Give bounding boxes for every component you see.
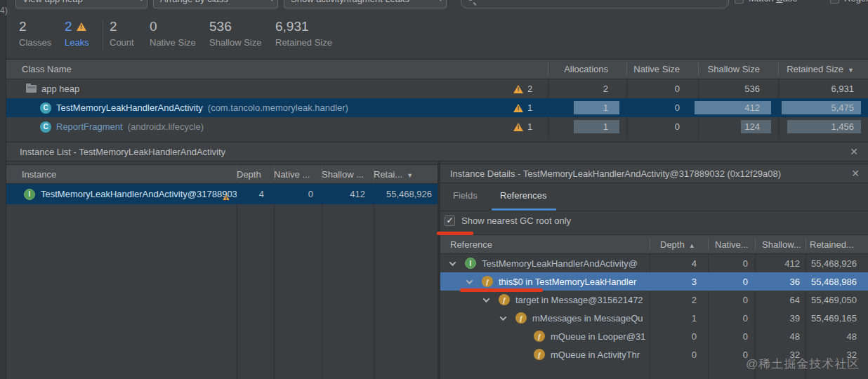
reference-cell: ftarget in Message@315621472 <box>440 294 650 305</box>
regex-checkbox[interactable] <box>830 0 839 4</box>
stat-retained-size-value: 6,931 <box>275 18 332 35</box>
chevron-down-icon[interactable] <box>449 259 456 266</box>
stat-leaks[interactable]: 2 Leaks <box>65 18 89 48</box>
column-class-name[interactable]: Class Name <box>6 64 541 74</box>
reference-row[interactable]: fmMessages in MessageQu103955,469,165 <box>440 309 868 327</box>
column-shallow-size[interactable]: Shallow Size <box>691 64 771 74</box>
depth-value: 0 <box>650 331 708 342</box>
column-depth[interactable]: Depth▲ <box>650 239 708 250</box>
leak-filter-dropdown[interactable]: Show activity/fragment Leaks ▾ <box>284 0 447 8</box>
class-name-label: ReportFragment <box>56 121 123 132</box>
value-text: 4 <box>259 189 264 199</box>
class-table-row[interactable]: CReportFragment(androidx.lifecycle)11012… <box>6 117 868 136</box>
leak-warning-icon <box>77 22 86 31</box>
value-text: 1 <box>603 102 608 113</box>
arrange-select-dropdown[interactable]: Arrange by class ▾ <box>153 0 278 8</box>
reference-cell: fmMessages in MessageQu <box>440 312 650 324</box>
depth-value: 2 <box>650 295 708 305</box>
class-table-row[interactable]: app heap2205366,931 <box>6 79 868 98</box>
value-text: 1 <box>603 121 608 132</box>
value-bar <box>574 101 619 114</box>
value-text: 55,468,926 <box>386 189 432 199</box>
instance-row[interactable]: ITestMemoryLeakHandlerAndActivity@317889… <box>6 184 438 204</box>
search-icon <box>468 0 473 1</box>
details-tab-bar: Fields References <box>440 183 868 211</box>
column-instance[interactable]: Instance <box>6 169 237 180</box>
checkbox-checked-icon[interactable]: ✓ <box>445 215 455 226</box>
class-name-cell: CReportFragment(androidx.lifecycle)1 <box>6 121 541 133</box>
search-input[interactable] <box>461 0 729 8</box>
reference-cell: fmQueue in ActivityThr <box>440 349 650 360</box>
stat-classes-label: Classes <box>19 37 51 48</box>
column-shallow[interactable]: Shallow ... <box>322 169 374 180</box>
leak-count: 1 <box>527 121 534 132</box>
depth-value: 1 <box>650 313 708 324</box>
close-icon[interactable]: ✕ <box>851 168 868 178</box>
shallow-size-value: 39 <box>755 313 805 324</box>
chevron-down-icon: ▾ <box>270 0 274 8</box>
value-text: 0 <box>675 102 680 113</box>
column-shallow[interactable]: Shallow... <box>755 239 805 250</box>
heap-select-dropdown[interactable]: View app heap ▾ <box>15 0 147 8</box>
leak-warning-icon <box>513 123 523 131</box>
class-table-row[interactable]: CTestMemoryLeakHandlerAndActivity(com.ta… <box>6 98 868 117</box>
native-size-value: 0 <box>708 295 755 305</box>
column-native[interactable]: Native... <box>708 239 755 250</box>
column-allocations[interactable]: Allocations <box>541 64 619 74</box>
match-case-checkbox[interactable] <box>735 0 744 4</box>
reference-cell: fmQueue in Looper@31 <box>440 331 650 342</box>
reference-label: mMessages in MessageQu <box>532 313 643 324</box>
tab-references[interactable]: References <box>497 183 549 209</box>
native-size-value: 0 <box>708 258 755 269</box>
chevron-down-icon[interactable] <box>500 314 507 321</box>
class-name-cell: CTestMemoryLeakHandlerAndActivity(com.ta… <box>6 102 541 114</box>
column-native[interactable]: Native ... <box>274 169 322 180</box>
watermark: @稀土掘金技术社区 <box>746 356 860 372</box>
class-icon: C <box>40 121 51 133</box>
column-retained-size[interactable]: Retained Size▼ <box>771 64 861 74</box>
instance-name-cell: ITestMemoryLeakHandlerAndActivity@317889… <box>6 189 237 200</box>
leak-indicator: 1 <box>513 121 541 132</box>
field-icon: f <box>499 294 510 305</box>
stats-divider <box>103 21 103 51</box>
references-table-body: ITestMemoryLeakHandlerAndActivity@404125… <box>440 254 868 364</box>
column-depth[interactable]: Depth <box>237 169 274 180</box>
column-native-size[interactable]: Native Size <box>619 64 691 74</box>
column-retained[interactable]: Retained... <box>805 239 868 250</box>
sort-asc-icon: ▲ <box>689 242 695 249</box>
field-icon: f <box>482 276 493 287</box>
field-icon: f <box>534 331 545 342</box>
value-text: 536 <box>744 84 760 94</box>
stat-native-size-value: 0 <box>150 18 196 35</box>
annotation-underline-this0 <box>460 288 543 292</box>
class-table-body: app heap2205366,931CTestMemoryLeakHandle… <box>6 79 868 136</box>
tab-fields[interactable]: Fields <box>450 183 480 209</box>
value-text: 412 <box>350 189 365 199</box>
stat-count-label: Count <box>110 37 134 48</box>
native-size-value: 0 <box>708 277 755 287</box>
chevron-down-icon[interactable] <box>466 277 473 284</box>
column-retained[interactable]: Retai...▼ <box>374 169 438 180</box>
reference-row[interactable]: ftarget in Message@315621472206455,469,0… <box>440 291 868 309</box>
stat-classes: 2 Classes <box>19 18 51 48</box>
reference-row[interactable]: ITestMemoryLeakHandlerAndActivity@404125… <box>440 254 868 272</box>
retained-size-value: 48 <box>805 331 868 342</box>
instance-icon: I <box>24 189 35 200</box>
column-reference[interactable]: Reference <box>440 239 650 250</box>
value-cell: 536 <box>691 79 771 98</box>
instance-list-title: Instance List - TestMemoryLeakHandlerAnd… <box>20 147 225 157</box>
chevron-down-icon[interactable] <box>483 295 490 302</box>
reference-label: target in Message@315621472 <box>515 295 643 305</box>
value-text: 1,456 <box>831 121 854 132</box>
sort-desc-icon: ▼ <box>407 172 413 179</box>
gc-root-checkbox-row[interactable]: ✓ Show nearest GC root only <box>445 215 571 226</box>
close-icon[interactable]: ✕ <box>850 147 868 157</box>
left-gutter <box>0 0 6 379</box>
shallow-size-value: 64 <box>755 295 805 305</box>
reference-row[interactable]: fmQueue in Looper@31004848 <box>440 327 868 345</box>
stat-retained-size: 6,931 Retained Size <box>275 18 332 48</box>
class-name-label: app heap <box>41 84 79 94</box>
field-icon: f <box>515 312 527 324</box>
instance-label: TestMemoryLeakHandlerAndActivity@3178890… <box>41 189 237 199</box>
stat-leaks-label: Leaks <box>65 37 89 48</box>
